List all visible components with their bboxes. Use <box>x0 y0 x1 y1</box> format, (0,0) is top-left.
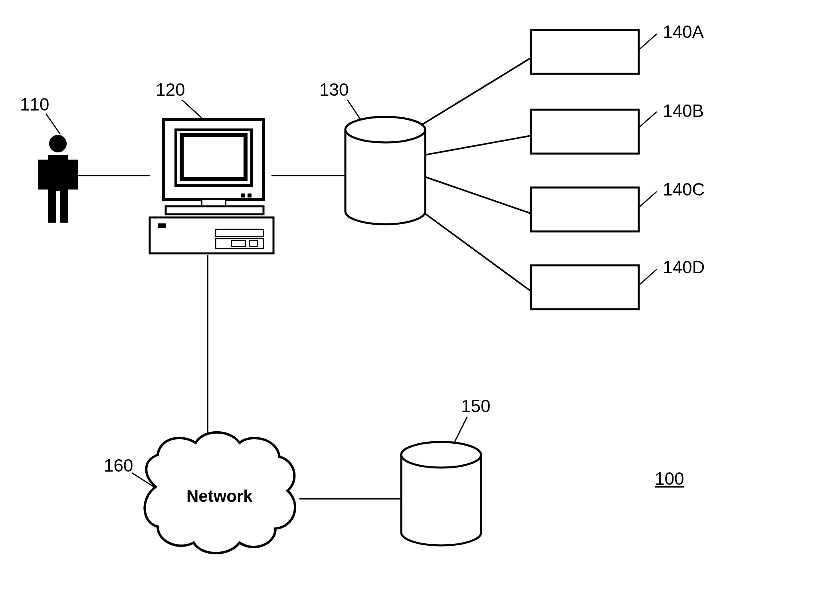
leader-140d <box>639 269 657 285</box>
label-140b: 140B <box>663 101 704 121</box>
box-140d <box>531 265 639 309</box>
svg-rect-14 <box>158 223 166 228</box>
connector-db1-boxd <box>411 203 531 291</box>
label-140a: 140A <box>663 22 704 42</box>
label-150: 150 <box>461 396 490 416</box>
svg-rect-18 <box>250 241 258 247</box>
box-140c <box>531 188 639 231</box>
database-icon-2 <box>401 442 481 545</box>
svg-point-0 <box>49 135 67 152</box>
box-140b <box>531 110 639 154</box>
svg-rect-12 <box>248 193 252 197</box>
svg-rect-10 <box>166 206 263 214</box>
connector-db1-boxa <box>407 58 531 134</box>
label-120: 120 <box>156 80 185 100</box>
user-icon <box>38 135 78 223</box>
leader-140a <box>639 34 657 50</box>
diagram-canvas <box>0 0 840 616</box>
svg-rect-11 <box>241 193 245 197</box>
leader-120 <box>182 100 202 118</box>
svg-rect-1 <box>48 155 68 191</box>
label-140d: 140D <box>663 257 705 277</box>
svg-rect-3 <box>68 160 78 190</box>
network-text: Network <box>186 487 253 506</box>
connector-db1-boxb <box>421 136 531 156</box>
svg-rect-15 <box>216 229 263 237</box>
leader-110 <box>46 114 60 134</box>
database-icon-1 <box>345 117 425 224</box>
leader-140c <box>639 192 657 207</box>
svg-rect-17 <box>232 241 246 247</box>
leader-140b <box>639 112 657 128</box>
svg-rect-4 <box>48 191 56 223</box>
svg-point-22 <box>401 442 481 468</box>
label-110: 110 <box>20 95 49 115</box>
svg-point-20 <box>345 117 425 142</box>
computer-icon <box>150 120 273 253</box>
label-130: 130 <box>319 80 349 100</box>
svg-rect-8 <box>182 135 246 179</box>
label-160: 160 <box>104 456 133 476</box>
box-140a <box>531 30 639 74</box>
svg-rect-5 <box>60 191 68 223</box>
svg-rect-2 <box>38 160 48 190</box>
figure-label: 100 <box>655 469 684 489</box>
connector-db1-boxc <box>421 176 531 213</box>
label-140c: 140C <box>663 180 705 199</box>
